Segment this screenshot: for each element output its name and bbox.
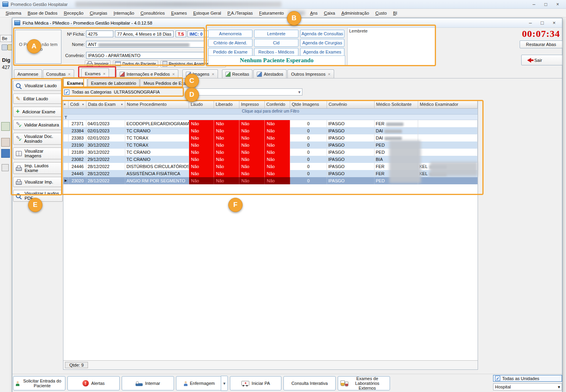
blurred-titlebar-region [75,2,281,7]
iniciar-pa-button[interactable]: Iniciar PA [230,376,281,390]
todas-categorias-checkbox[interactable]: ✓ [64,90,69,95]
cell-data: 30/12/2022 [86,149,125,156]
close-tab-icon[interactable]: × [103,71,105,76]
solicitar-entrada-button[interactable]: Solicitar Entrada do Paciente [13,376,65,390]
tab-atestados[interactable]: Atestados [253,69,287,78]
visualizar-imp-button[interactable]: Visualizar Imp. [13,177,63,187]
convenio-input[interactable]: IPASGO - APARTAMENTO [86,52,205,59]
window-titlebar: Ficha Médica - PMedico - Promedico Gestã… [12,18,562,28]
menu-base-de-dados[interactable]: Base de Dados [25,10,61,17]
tab-anamnese[interactable]: Anamnese [14,69,42,78]
tab-exames[interactable]: Exames× [81,68,109,78]
menu-ans[interactable]: Ans [307,10,321,17]
tab-receitas[interactable]: Receitas [222,69,253,78]
subtab-meus-pedidos[interactable]: Meus Pedidos de Exame [140,78,195,88]
menu-custo[interactable]: Custo [372,10,390,17]
close-tab-icon[interactable]: × [212,72,214,76]
pedido-exame-button[interactable]: Pedido de Exame [208,48,252,56]
ficha-input[interactable]: 4275 [86,31,113,37]
col-laudo[interactable]: Laudo [189,100,214,108]
maximize-button[interactable]: □ [540,1,552,8]
close-tab-icon[interactable]: × [172,72,175,76]
sair-button[interactable]: Sair [521,55,562,65]
col-qtde-imagens[interactable]: Qtde Imagens [290,100,327,108]
col-liberado[interactable]: Liberado [214,100,239,108]
menu-pa-terapias[interactable]: P.A./Terapias [224,10,256,17]
window-close-button[interactable]: × [548,19,560,27]
editar-laudo-button[interactable]: Editar Laudo [13,94,63,104]
col-medico-examinador[interactable]: Médico Examinador [418,100,478,108]
dados-do-paciente-button[interactable]: Dados do Paciente [113,60,158,67]
grid-filter-hint[interactable]: Clique aqui para definir um Filtro [63,109,478,115]
criterio-atend-button[interactable]: Critério de Atend. [208,39,252,47]
visualizar-laudos-pdf-button[interactable]: Visualizar Laudos PDF [13,190,63,202]
restaurar-abas-button[interactable]: Restaurar Abas [520,40,562,48]
menu-sistema[interactable]: Sistema [2,10,25,17]
table-row[interactable]: 27371 04/01/2023 ECODOPPLERCARDIOGRAMA N… [63,120,478,127]
amenorreia-button[interactable]: Amenorreia [208,30,252,38]
consulta-interativa-button[interactable]: Consulta Interativa [283,376,336,390]
visualizar-imagens-button[interactable]: Visualizar Imagens [13,147,63,159]
col-convenio[interactable]: Convênio [327,100,375,108]
agenda-exames-button[interactable]: Agenda de Exames [300,48,344,56]
subtab-exames[interactable]: Exames [63,78,87,88]
col-codigo[interactable]: Códi▼ [69,100,86,108]
subtab-exames-laboratorio[interactable]: Exames de Laboratório [88,78,140,88]
nome-input[interactable]: ANT [86,41,205,48]
adicionar-exame-button[interactable]: Adicionar Exame [13,107,63,117]
col-nome-procedimento[interactable]: Nome Procedimento [125,100,189,108]
todas-unidades-toggle[interactable]: ✓ Todas as Unidades [493,375,562,382]
menu-administracao[interactable]: Administração [338,10,372,17]
enfermagem-dropdown-button[interactable]: ▾ [221,376,228,391]
alertas-button[interactable]: Alertas [67,376,120,390]
minimize-button[interactable]: – [528,1,540,8]
exames-lab-externos-button[interactable]: Exames de Laboratórios Externos [338,376,390,390]
visualizar-doc-assinado-button[interactable]: Visualizar Doc. Assinado [13,133,63,145]
tab-imagens[interactable]: Imagens× [182,69,218,78]
table-row[interactable]: 23384 02/01/2023 TC CRANIO Não Não Não N… [63,127,478,134]
agenda-consultas-button[interactable]: Agenda de Consultas [300,30,344,38]
document-icon [163,61,167,67]
window-minimize-button[interactable]: – [524,19,536,27]
menu-caixa[interactable]: Caixa [321,10,338,17]
recibos-medicos-button[interactable]: Recibos - Médicos [254,48,298,56]
menu-recepcao[interactable]: Recepção [61,10,87,17]
todas-unidades-checkbox[interactable]: ✓ [495,376,500,381]
enfermagem-button[interactable]: Enfermagem [176,376,223,390]
menu-cirurgias[interactable]: Cirurgias [87,10,111,17]
unidade-select[interactable]: Hospital ▾ [493,383,562,390]
window-maximize-button[interactable]: □ [536,19,548,27]
close-button[interactable]: × [552,1,564,8]
ts-button[interactable]: T.S [176,31,186,37]
cell-conferido: Não [265,142,290,149]
close-tab-icon[interactable]: × [328,72,330,76]
col-data-exame[interactable]: Data do Exam▼ [86,100,125,108]
cid-button[interactable]: Cid [254,39,298,47]
imp-laudos-exame-button[interactable]: Imp. Laudos Exame [13,162,63,174]
menu-bi[interactable]: BI [390,10,400,17]
menu-estoque-geral[interactable]: Estoque Geral [190,10,224,17]
close-tab-icon[interactable]: × [68,72,71,76]
filter-dropdown[interactable]: ▾ [187,88,302,96]
menu-internacao[interactable]: Internação [111,10,138,17]
tab-outros-impressos[interactable]: Outros Impressos× [287,69,334,78]
menu-exames[interactable]: Exames [168,10,190,17]
tab-internacoes-pedidos[interactable]: Internações e Pedidos× [116,69,178,78]
col-impresso[interactable]: Impresso [239,100,265,108]
internar-button[interactable]: Internar [122,376,174,390]
cell-data: 02/01/2023 [86,127,125,134]
tab-consultas[interactable]: Consultas× [43,69,74,78]
grid-corner-icon[interactable]: ✳ [63,100,69,108]
validar-assinatura-button[interactable]: Validar Assinatura [13,120,63,130]
menu-faturamento[interactable]: Faturamento [256,10,287,17]
background-icon [2,44,8,50]
col-conferido[interactable]: Conferido [265,100,290,108]
col-medico-solicitante[interactable]: Médico Solicitante [375,100,418,108]
lembrete-button[interactable]: Lembrete [254,30,298,38]
agenda-cirurgias-button[interactable]: Agenda de Cirurgias [300,39,344,47]
visualizar-laudo-button[interactable]: Visualizar Laudo [13,80,63,91]
menu-consultorios[interactable]: Consultórios [138,10,168,17]
imprimir-button[interactable]: Imprimir [85,60,111,67]
printer-icon [16,167,22,171]
cell-convenio: IPASGO [327,170,375,177]
